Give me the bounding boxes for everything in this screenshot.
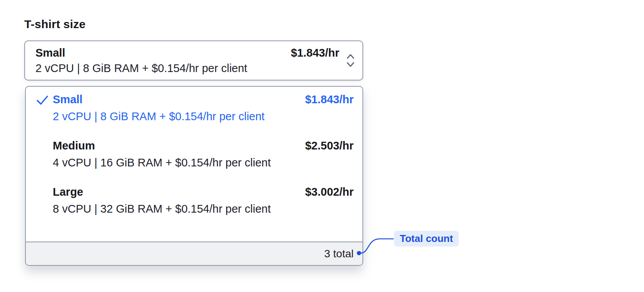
option-price: $1.843/hr <box>305 93 354 106</box>
page: T-shirt size Small $1.843/hr 2 vCPU | 8 … <box>0 0 644 292</box>
option-medium[interactable]: Medium 4 vCPU | 16 GiB RAM + $0.154/hr p… <box>26 134 362 180</box>
checkmark-icon <box>36 93 53 105</box>
option-large[interactable]: Large 8 vCPU | 32 GiB RAM + $0.154/hr pe… <box>26 180 362 226</box>
tshirt-size-select[interactable]: Small $1.843/hr 2 vCPU | 8 GiB RAM + $0.… <box>24 40 363 81</box>
option-title: Small <box>53 93 305 106</box>
options-list: Small 2 vCPU | 8 GiB RAM + $0.154/hr per… <box>26 87 362 242</box>
option-price: $3.002/hr <box>305 185 354 198</box>
option-subtitle: 4 vCPU | 16 GiB RAM + $0.154/hr per clie… <box>53 156 305 169</box>
option-small[interactable]: Small 2 vCPU | 8 GiB RAM + $0.154/hr per… <box>26 87 362 134</box>
updown-chevron-icon <box>345 52 356 69</box>
check-placeholder <box>36 185 53 188</box>
total-count-text: 3 total <box>324 248 354 260</box>
dropdown-footer: 3 total <box>26 242 362 265</box>
option-title: Medium <box>53 139 305 152</box>
option-price: $2.503/hr <box>305 139 354 152</box>
select-trigger-content: Small $1.843/hr 2 vCPU | 8 GiB RAM + $0.… <box>35 47 339 75</box>
check-placeholder <box>36 139 53 141</box>
option-title: Large <box>53 185 305 198</box>
selected-option-subtitle: 2 vCPU | 8 GiB RAM + $0.154/hr per clien… <box>35 62 339 75</box>
selected-option-title: Small <box>35 47 65 59</box>
selected-option-price: $1.843/hr <box>291 47 339 59</box>
option-subtitle: 8 vCPU | 32 GiB RAM + $0.154/hr per clie… <box>53 202 305 215</box>
option-subtitle: 2 vCPU | 8 GiB RAM + $0.154/hr per clien… <box>53 110 305 123</box>
field-label: T-shirt size <box>24 18 86 31</box>
tshirt-size-dropdown-panel: Small 2 vCPU | 8 GiB RAM + $0.154/hr per… <box>25 86 363 266</box>
annotation-badge: Total count <box>394 231 459 247</box>
